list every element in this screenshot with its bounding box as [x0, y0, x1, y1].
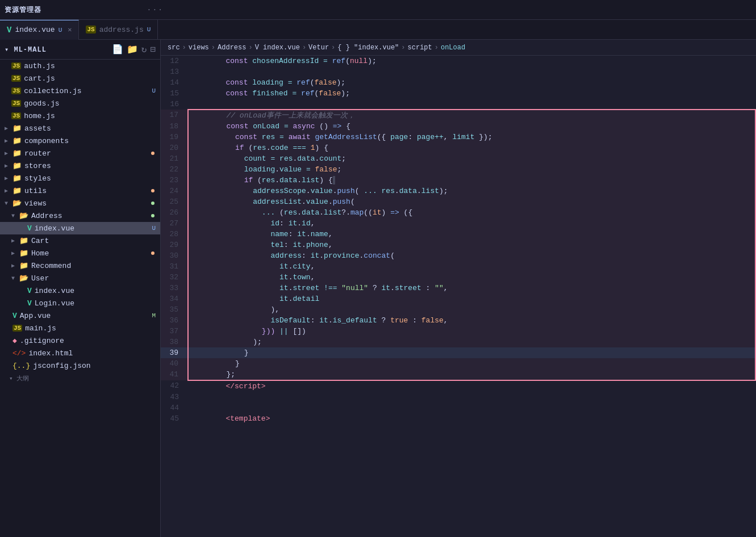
json-icon: {..} — [12, 362, 30, 370]
sidebar-label: components — [24, 137, 69, 145]
vue-icon: V — [27, 287, 32, 295]
sidebar-item-collection[interactable]: JS collection.js U — [0, 85, 160, 97]
line-number: 15 — [161, 88, 188, 99]
tab-modified-u2: U — [147, 26, 151, 33]
line-number: 28 — [161, 229, 188, 240]
line-number: 43 — [161, 392, 188, 402]
sidebar-item-goods[interactable]: JS goods.js — [0, 97, 160, 110]
sidebar-item-components[interactable]: ▶ 📁 components — [0, 135, 160, 147]
sidebar-item-jsconfig[interactable]: {..} jsconfig.json — [0, 359, 160, 372]
sidebar-label: stores — [24, 162, 51, 170]
sidebar-item-home-js[interactable]: JS home.js — [0, 110, 160, 122]
sidebar-item-utils[interactable]: ▶ 📁 utils — [0, 184, 160, 197]
sidebar-item-assets[interactable]: ▶ 📁 assets — [0, 122, 160, 135]
sidebar-item-gitignore[interactable]: ◆ .gitignore — [0, 334, 160, 347]
line-number: 22 — [161, 164, 188, 175]
folder-icon: 📁 — [12, 174, 22, 183]
code-area[interactable]: 12 const chosenAddressId = ref(null); 13… — [161, 56, 756, 537]
tab-bar: V index.vue U ✕ JS address.js U — [0, 20, 756, 40]
sidebar-item-user[interactable]: ▼ 📂 User — [0, 272, 160, 284]
sidebar-item-index-html[interactable]: </> index.html — [0, 347, 160, 359]
arrow-icon: ▶ — [11, 262, 17, 269]
collapse-icon[interactable]: ⊟ — [150, 44, 156, 55]
line-code: it.street !== "null" ? it.street : "", — [188, 283, 755, 293]
line-code: const chosenAddressId = ref(null); — [188, 56, 755, 66]
line-number: 36 — [161, 315, 188, 326]
sidebar-item-home-folder[interactable]: ▶ 📁 Home — [0, 247, 160, 259]
sidebar-label: Address — [31, 212, 62, 220]
main-layout: ▾ ML-MALL 📄 📁 ↻ ⊟ JS auth.js JS cart.js … — [0, 40, 756, 537]
sidebar-item-recommend[interactable]: ▶ 📁 Recommend — [0, 259, 160, 272]
bc-index-vue: V index.vue — [255, 44, 300, 52]
line-20: 20 if (res.code === 1) { — [161, 142, 755, 153]
line-code — [188, 392, 755, 402]
sidebar-item-cart[interactable]: JS cart.js — [0, 72, 160, 85]
sidebar-label: index.vue — [35, 224, 74, 233]
sidebar-label: Recommend — [31, 262, 71, 270]
sidebar-item-cart-folder[interactable]: ▶ 📁 Cart — [0, 234, 160, 247]
sidebar: ▾ ML-MALL 📄 📁 ↻ ⊟ JS auth.js JS cart.js … — [0, 40, 161, 537]
sidebar-label: collection.js — [24, 87, 81, 95]
line-13: 13 — [161, 66, 755, 77]
sidebar-item-views[interactable]: ▼ 📂 views — [0, 197, 160, 209]
folder-icon: 📁 — [19, 249, 28, 258]
sidebar-item-stores[interactable]: ▶ 📁 stores — [0, 160, 160, 172]
line-38: 38 ); — [161, 337, 755, 347]
title-bar: 资源管理器 ··· — [0, 0, 756, 20]
sep3: › — [248, 44, 252, 52]
sidebar-label: home.js — [24, 112, 55, 120]
line-code: it.town, — [188, 272, 755, 283]
sidebar-item-address-folder[interactable]: ▼ 📂 Address — [0, 209, 160, 222]
tab-close-icon[interactable]: ✕ — [68, 26, 72, 34]
arrow-icon: ▶ — [5, 187, 10, 194]
line-number: 21 — [161, 153, 188, 164]
tab-address-js[interactable]: JS address.js U — [79, 20, 158, 40]
line-40: 40 } — [161, 358, 755, 369]
line-number: 42 — [161, 380, 188, 392]
sidebar-item-app-vue[interactable]: V App.vue M — [0, 309, 160, 322]
sidebar-label: App.vue — [20, 312, 51, 320]
line-code: it.city, — [188, 261, 755, 272]
sep5: › — [331, 44, 335, 52]
folder-icon: 📁 — [19, 261, 28, 270]
js-icon: JS — [11, 62, 21, 69]
breadcrumb: src › views › Address › V index.vue › Ve… — [161, 40, 756, 56]
badge-dot — [151, 251, 154, 255]
sidebar-item-index-vue[interactable]: V index.vue U — [0, 222, 160, 234]
new-folder-icon[interactable]: 📁 — [127, 44, 138, 55]
sidebar-item-router[interactable]: ▶ 📁 router — [0, 147, 160, 160]
line-number: 19 — [161, 132, 188, 142]
bc-object: { } "index.vue" — [337, 44, 399, 52]
tab-label-index-vue: index.vue — [15, 26, 55, 34]
line-code: it.detail — [188, 293, 755, 304]
refresh-icon[interactable]: ↻ — [141, 44, 147, 55]
sidebar-item-user-index[interactable]: V index.vue — [0, 284, 160, 297]
line-code: const loading = ref(false); — [188, 77, 755, 88]
sidebar-label: Cart — [31, 237, 49, 245]
sidebar-label: Login.vue — [35, 299, 74, 308]
bottom-label: ▾ 大纲 — [5, 374, 29, 383]
js-icon: JS — [11, 87, 21, 94]
sidebar-item-login-vue[interactable]: V Login.vue — [0, 297, 160, 309]
folder-icon: 📁 — [19, 236, 28, 245]
bc-vetur: Vetur — [308, 44, 329, 52]
sidebar-item-styles[interactable]: ▶ 📁 styles — [0, 172, 160, 184]
tab-index-vue[interactable]: V index.vue U ✕ — [0, 20, 79, 40]
line-code: const onLoad = async () => { — [188, 121, 755, 132]
sidebar-label: styles — [24, 174, 51, 183]
line-code: addressScope.value.push( ... res.data.li… — [188, 186, 755, 196]
line-number: 25 — [161, 196, 188, 207]
line-number: 27 — [161, 218, 188, 229]
new-file-icon[interactable]: 📄 — [112, 44, 123, 55]
more-options-icon[interactable]: ··· — [147, 6, 164, 14]
line-24: 24 addressScope.value.push( ... res.data… — [161, 186, 755, 196]
sidebar-item-main-js[interactable]: JS main.js — [0, 322, 160, 334]
line-code: </script> — [188, 380, 755, 392]
line-number: 39 — [161, 347, 188, 358]
bc-onload: onLoad — [441, 44, 465, 52]
sidebar-item-auth[interactable]: JS auth.js — [0, 60, 160, 72]
line-12: 12 const chosenAddressId = ref(null); — [161, 56, 755, 66]
line-31: 31 it.city, — [161, 261, 755, 272]
line-code: })) || []) — [188, 326, 755, 337]
line-code: address: it.province.concat( — [188, 250, 755, 261]
